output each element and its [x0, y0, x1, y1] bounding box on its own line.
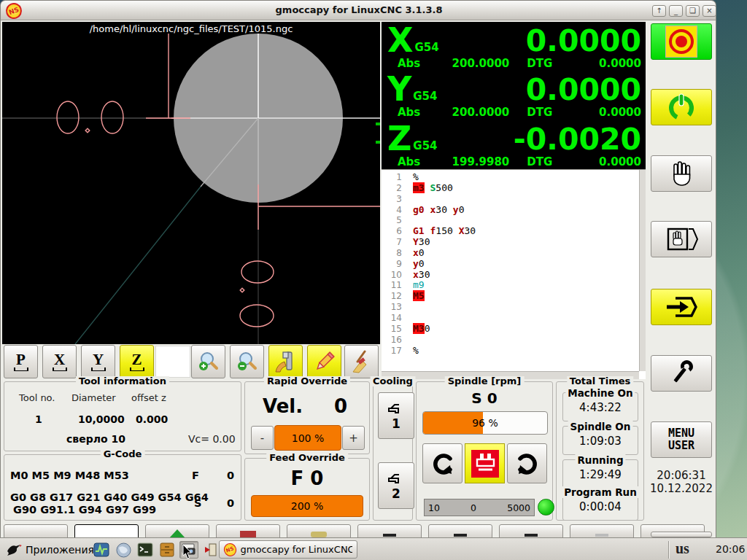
taskbar-window-button[interactable]: NS gmoccapy for LinuxCNC... — [219, 540, 357, 559]
gcode-line-number: 14 — [382, 313, 402, 324]
dimension-mark-icon — [91, 368, 106, 371]
dro-panel[interactable]: XG540.0000 Abs200.0000DTG0.0000 YG540.00… — [382, 22, 646, 169]
taskbar-clock[interactable]: 20:06 — [716, 543, 745, 555]
gcode-line[interactable]: 14 — [382, 313, 637, 324]
view-y-label: Y — [93, 352, 104, 367]
view-perspective-button[interactable]: P — [4, 345, 38, 378]
gcode-line-text: y0 — [413, 259, 425, 270]
abs-value: 199.9980 — [420, 155, 509, 168]
auto-mode-button-active[interactable] — [651, 289, 712, 325]
applications-menu[interactable]: Приложения — [3, 540, 97, 559]
gmoccapy-window: /home/hl/linuxcnc/ngc_files/TEST/1015.ng… — [0, 20, 716, 537]
minimize-button[interactable]: _ — [669, 5, 683, 17]
feed-override-bar[interactable]: 200 % — [251, 495, 363, 517]
estop-button-active[interactable] — [651, 23, 712, 60]
web-browser-launcher[interactable] — [114, 541, 133, 559]
show-dimensions-button-active[interactable] — [268, 345, 303, 378]
axis-value: 0.0000 — [438, 76, 642, 104]
logout-launcher[interactable] — [201, 541, 220, 559]
mist-button[interactable]: 1 — [378, 392, 414, 439]
rapid-decrease-button[interactable]: - — [251, 426, 274, 450]
spindle-cw-button[interactable] — [507, 443, 547, 483]
gcode-line-text: % — [413, 172, 419, 183]
gcode-token: x — [413, 269, 419, 280]
gcode-line[interactable]: 17% — [382, 346, 637, 357]
machine-on-value: 4:43:22 — [563, 401, 638, 414]
gcode-source-view[interactable]: 1%2m3 S50034g0 x30 y056G1 f150 X307Y308x… — [382, 169, 646, 379]
file-cabinet-icon — [160, 542, 174, 557]
right-bottom-stub-button[interactable] — [651, 532, 712, 537]
terminal-launcher[interactable] — [136, 541, 155, 559]
clear-plot-button[interactable] — [344, 345, 379, 378]
spindle-rpm-slider[interactable]: 10 0 5000 — [424, 499, 535, 516]
dro-axis-z[interactable]: ZG54-0.0020 Abs199.9980DTG0.0000 — [382, 120, 646, 169]
gcode-line[interactable]: 3 — [382, 194, 637, 205]
gcode-line[interactable]: 7Y30 — [382, 237, 637, 248]
gcode-line[interactable]: 10x30 — [382, 270, 637, 281]
view-x-button[interactable]: X — [42, 345, 77, 378]
coolant-1-label: 1 — [392, 419, 400, 429]
gcode-token: 30 — [419, 236, 430, 247]
gcode-line[interactable]: 15M30 — [382, 324, 637, 335]
power-icon — [665, 91, 697, 123]
spindle-stop-button-active[interactable] — [465, 443, 505, 483]
globe-icon — [116, 542, 131, 558]
rapid-override-bar[interactable]: 100 % — [274, 425, 341, 451]
gcode-line-text: m9 — [413, 280, 425, 291]
system-monitor-launcher[interactable] — [92, 541, 111, 559]
edit-program-button-active[interactable] — [307, 345, 341, 378]
gcode-line[interactable]: 1% — [382, 172, 637, 183]
gcode-token: 0 — [419, 247, 425, 258]
gcode-line[interactable]: 12M5 — [382, 291, 637, 302]
zoom-in-button[interactable] — [191, 345, 225, 378]
user-menu-button[interactable]: MENU USER — [651, 421, 712, 458]
gcode-line[interactable]: 2m3 S500 — [382, 183, 637, 194]
flood-button[interactable]: 2 — [378, 462, 414, 509]
loaded-file-path: /home/hl/linuxcnc/ngc_files/TEST/1015.ng… — [90, 23, 293, 34]
gcode-line[interactable]: 4g0 x30 y0 — [382, 205, 637, 216]
taskbar: Приложения — [0, 537, 747, 560]
maximize-button[interactable]: ❏ — [686, 5, 700, 17]
emergency-stop-icon — [665, 26, 697, 58]
machine-on-button-active[interactable] — [651, 89, 712, 125]
gcode-line-text: % — [413, 346, 419, 357]
file-manager-launcher[interactable] — [158, 541, 177, 559]
tool-no-header: Tool no. — [19, 392, 55, 403]
panel-title: Cooling — [370, 376, 416, 386]
gcode-token: y — [453, 204, 459, 215]
abs-value: 200.0000 — [420, 106, 509, 119]
keyboard-layout-indicator[interactable]: us — [676, 540, 689, 557]
view-x-label: X — [54, 352, 65, 367]
zoom-out-button[interactable] — [230, 345, 264, 378]
shade-window-button[interactable]: ↑ — [652, 5, 666, 17]
dro-axis-y[interactable]: YG540.0000 Abs200.0000DTG0.0000 — [382, 71, 646, 120]
spindle-ccw-button[interactable] — [422, 443, 462, 483]
view-z-button-active[interactable]: Z — [120, 345, 154, 378]
gcode-line[interactable]: 16 — [382, 335, 637, 346]
gcode-line[interactable]: 8x0 — [382, 248, 637, 259]
gremlin-preview[interactable]: /home/hl/linuxcnc/ngc_files/TEST/1015.ng… — [2, 22, 380, 344]
vertical-scrollbar[interactable] — [639, 170, 646, 371]
spindle-stop-icon — [471, 449, 500, 478]
mdi-mode-button[interactable] — [651, 221, 712, 257]
gcode-line[interactable]: 9y0 — [382, 259, 637, 270]
manual-mode-button[interactable] — [651, 155, 712, 192]
close-button[interactable]: × — [703, 5, 716, 17]
settings-button[interactable] — [651, 355, 712, 392]
gcode-line[interactable]: 5 — [382, 215, 637, 226]
spindle-on-label: Spindle On — [568, 421, 633, 432]
gcode-line[interactable]: 11m9 — [382, 280, 637, 291]
program-run-label: Program Run — [562, 486, 639, 498]
gcode-line-number: 4 — [382, 205, 402, 216]
dro-axis-x[interactable]: XG540.0000 Abs200.0000DTG0.0000 — [382, 22, 646, 71]
window-titlebar[interactable]: NS gmoccapy for LinuxCNC 3.1.3.8 ↑ _ ❏ × — [0, 0, 716, 20]
tray-separator — [668, 541, 669, 559]
rapid-increase-button[interactable]: + — [342, 426, 365, 450]
gcode-line[interactable]: 6G1 f150 X30 — [382, 226, 637, 237]
active-g-codes-1: G0 G8 G17 G21 G40 G49 G54 G64 — [10, 491, 209, 504]
task-title: gmoccapy for LinuxCNC... — [241, 544, 352, 555]
gcode-listing: 1%2m3 S50034g0 x30 y056G1 f150 X307Y308x… — [382, 172, 637, 356]
gcode-line[interactable]: 13 — [382, 302, 637, 313]
spindle-override-bar[interactable]: 96 % — [422, 411, 548, 435]
view-y-button[interactable]: Y — [81, 345, 115, 378]
